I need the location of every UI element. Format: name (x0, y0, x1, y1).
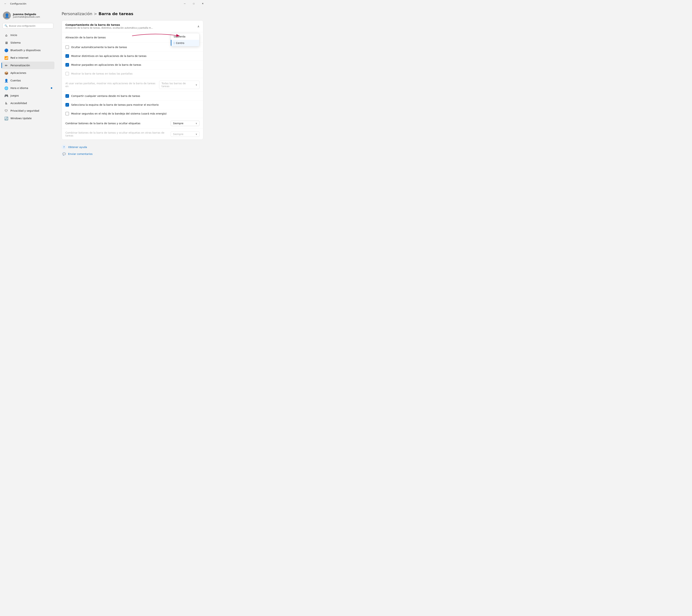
sidebar-item-label-cuentas: Cuentas (11, 79, 21, 82)
compartir-checkbox[interactable] (65, 94, 69, 98)
footer-link-ayuda-label: Obtener ayuda (68, 146, 87, 149)
chevron-up-icon: ∧ (197, 25, 200, 28)
search-icon: 🔍 (4, 24, 7, 27)
parpadeo-label: Mostrar parpadeo en aplicaciones de la b… (71, 63, 141, 66)
sidebar-item-sistema[interactable]: 🖥Sistema (1, 39, 55, 46)
sidebar-item-aplicaciones[interactable]: 📦Aplicaciones (1, 69, 55, 77)
avatar: 👤 (3, 12, 11, 19)
titlebar-left: ← Configuración (3, 1, 26, 6)
ocultar-row-left: Ocultar automáticamente la barra de tare… (65, 45, 127, 49)
close-button[interactable]: ✕ (198, 1, 207, 6)
cuentas-icon: 👤 (4, 79, 8, 83)
red-icon: 📶 (4, 56, 8, 60)
user-section: 👤 Juanma Delgado juanmatek@outlook.com (0, 10, 56, 22)
app-container: 👤 Juanma Delgado juanmatek@outlook.com 🔍… (0, 7, 209, 616)
hora-icon: 🌐 (4, 86, 8, 90)
combinar-label: Combinar botones de la barra de tareas y… (65, 122, 140, 125)
distintivos-checkbox[interactable] (65, 54, 69, 58)
sidebar-item-label-juegos: Juegos (11, 94, 19, 97)
card-title: Comportamiento de la barra de tareas (65, 23, 153, 26)
search-input[interactable] (9, 24, 51, 27)
footer-link-comentarios-label: Enviar comentarios (68, 153, 92, 155)
setting-row-aplicaciones-pantallas: Al usar varias pantallas, mostrar mis ap… (62, 78, 203, 92)
user-email: juanmatek@outlook.com (13, 16, 40, 18)
sistema-icon: 🖥 (4, 41, 8, 45)
sidebar-item-red[interactable]: 📶Red e Internet (1, 54, 55, 62)
sidebar-item-label-bluetooth: Bluetooth y dispositivos (11, 49, 41, 52)
combinar-dropdown[interactable]: Siempre∨ (171, 120, 200, 126)
content-area: Personalización > Barra de tareas Compor… (56, 7, 209, 616)
parpadeo-row-left: Mostrar parpadeo en aplicaciones de la b… (65, 63, 141, 67)
compartir-label: Compartir cualquier ventana desde mi bar… (71, 94, 140, 97)
sidebar-item-accesibilidad[interactable]: ♿Accesibilidad (1, 100, 55, 107)
combinar-dropdown-value: Siempre (173, 122, 184, 125)
card-header[interactable]: Comportamiento de la barra de tareas Ali… (62, 21, 203, 32)
sidebar-item-personalizacion[interactable]: ✏️Personalización (1, 62, 55, 69)
feedback-icon: 💬 (62, 152, 66, 156)
sidebar-item-privacidad[interactable]: 🛡Privacidad y seguridad (1, 107, 55, 114)
back-button[interactable]: ← (3, 1, 8, 6)
titlebar-controls: ─ □ ✕ (181, 1, 207, 6)
aplicaciones-pantallas-dropdown: Todas las barras de tareas∨ (159, 81, 200, 89)
popup-item-izquierda-label: Izquierda (174, 35, 185, 38)
juegos-icon: 🎮 (4, 94, 8, 97)
ocultar-checkbox[interactable] (65, 45, 69, 49)
sidebar-item-label-accesibilidad: Accesibilidad (11, 102, 27, 105)
setting-row-parpadeo: Mostrar parpadeo en aplicaciones de la b… (62, 61, 203, 69)
popup-item-centro-label: Centro (176, 42, 184, 44)
distintivos-label: Mostrar distintivos en las aplicaciones … (71, 54, 147, 58)
hora-notification-dot (51, 87, 52, 89)
setting-row-combinar: Combinar botones de la barra de tareas y… (62, 118, 203, 129)
bluetooth-icon: 🔵 (4, 48, 8, 52)
sidebar-item-label-personalizacion: Personalización (11, 64, 30, 67)
sidebar-item-hora[interactable]: 🌐Hora e idioma (1, 84, 55, 92)
sidebar-item-label-privacidad: Privacidad y seguridad (11, 109, 39, 112)
sidebar-item-inicio[interactable]: ⌂Inicio (1, 31, 55, 39)
sidebar-item-label-inicio: Inicio (11, 34, 17, 37)
breadcrumb-parent: Personalización (62, 12, 92, 16)
personalizacion-icon: ✏️ (4, 63, 8, 67)
page-header: Personalización > Barra de tareas (62, 12, 203, 16)
setting-row-compartir: Compartir cualquier ventana desde mi bar… (62, 92, 203, 101)
sidebar-item-windows-update[interactable]: 🔄Windows Update (1, 114, 55, 122)
parpadeo-checkbox[interactable] (65, 63, 69, 67)
segundos-checkbox[interactable] (65, 112, 69, 115)
esquina-label: Selecciona la esquina de la barra de tar… (71, 103, 159, 106)
footer-link-comentarios[interactable]: 💬 Enviar comentarios (62, 152, 203, 156)
user-name: Juanma Delgado (13, 13, 40, 16)
breadcrumb-current: Barra de tareas (99, 12, 133, 16)
compartir-row-left: Compartir cualquier ventana desde mi bar… (65, 94, 140, 98)
maximize-button[interactable]: □ (190, 1, 198, 6)
aplicaciones-pantallas-label: Al usar varias pantallas, mostrar mis ap… (65, 82, 159, 88)
popup-item-izquierda[interactable]: Izquierda (171, 33, 199, 40)
setting-row-todas-pantallas: Mostrar la barra de tareas en todas las … (62, 69, 203, 78)
sidebar-item-cuentas[interactable]: 👤Cuentas (1, 77, 55, 84)
segundos-row-left: Mostrar segundos en el reloj de la bande… (65, 112, 167, 115)
esquina-checkbox[interactable] (65, 103, 69, 107)
combinar-otras-dropdown-value: Siempre (173, 133, 184, 136)
sidebar-item-label-hora: Hora e idioma (11, 87, 28, 89)
sidebar-item-label-sistema: Sistema (11, 41, 21, 44)
footer-link-ayuda[interactable]: ? Obtener ayuda (62, 145, 203, 150)
aplicaciones-icon: 📦 (4, 71, 8, 75)
setting-rows: Alineación de la barra de tareasCentro∨O… (62, 32, 203, 139)
combinar-otras-dropdown-arrow-icon: ∨ (195, 133, 197, 135)
alignment-dropdown-popup: Izquierda | Centro (171, 33, 200, 46)
windows-update-icon: 🔄 (4, 116, 8, 120)
popup-item-centro[interactable]: | Centro (171, 40, 199, 46)
segundos-label: Mostrar segundos en el reloj de la bande… (71, 112, 167, 115)
user-info: Juanma Delgado juanmatek@outlook.com (13, 13, 40, 18)
sidebar-item-bluetooth[interactable]: 🔵Bluetooth y dispositivos (1, 46, 55, 54)
todas-pantallas-label: Mostrar la barra de tareas en todas las … (71, 72, 133, 75)
setting-row-esquina: Selecciona la esquina de la barra de tar… (62, 101, 203, 109)
setting-row-combinar-otras: Combinar botones de la barra de tareas y… (62, 129, 203, 139)
footer-links: ? Obtener ayuda 💬 Enviar comentarios (62, 145, 203, 156)
help-icon: ? (62, 145, 66, 150)
search-box[interactable]: 🔍 (2, 23, 53, 28)
settings-card: Comportamiento de la barra de tareas Ali… (62, 20, 203, 140)
aplicaciones-pantallas-dropdown-arrow-icon: ∨ (195, 84, 197, 86)
sidebar-item-juegos[interactable]: 🎮Juegos (1, 92, 55, 100)
todas-pantallas-row-left: Mostrar la barra de tareas en todas las … (65, 72, 133, 75)
alineacion-label: Alineación de la barra de tareas (65, 36, 106, 39)
minimize-button[interactable]: ─ (181, 1, 189, 6)
